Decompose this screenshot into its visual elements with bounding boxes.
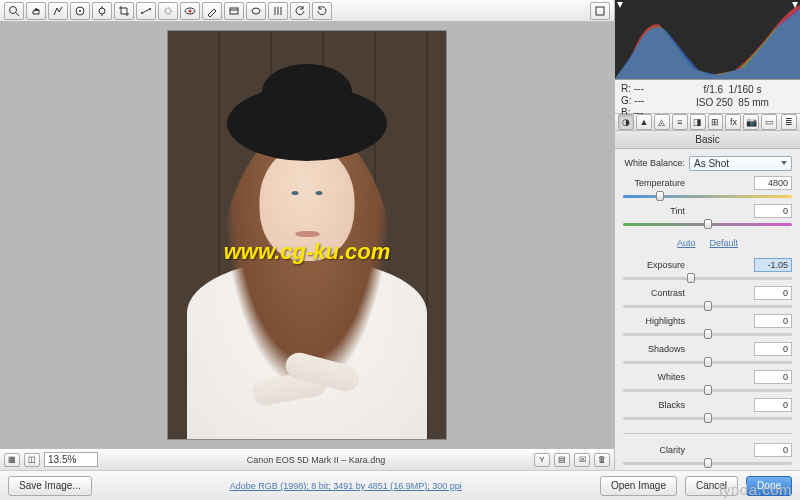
slider-tint[interactable] [623, 217, 792, 231]
slider-value[interactable]: 0 [754, 342, 792, 356]
slider-highlights[interactable] [623, 327, 792, 341]
slider-label: Shadows [623, 344, 685, 354]
basic-panel-header: Basic [615, 131, 800, 149]
slider-exposure[interactable] [623, 271, 792, 285]
tab-camera-icon[interactable]: 📷 [743, 114, 759, 130]
histogram[interactable] [615, 0, 800, 80]
slider-temperature[interactable] [623, 189, 792, 203]
tab-detail-icon[interactable]: ◬ [654, 114, 670, 130]
slider-label: Whites [623, 372, 685, 382]
slider-label: Highlights [623, 316, 685, 326]
straighten-tool-icon[interactable] [136, 2, 156, 20]
compare-toggle-icon[interactable]: ◫ [24, 453, 40, 467]
open-image-button[interactable]: Open Image [600, 476, 677, 496]
svg-point-4 [99, 8, 105, 14]
camera-filename-label: Canon EOS 5D Mark II – Kara.dng [102, 455, 530, 465]
rotate-ccw-icon[interactable] [290, 2, 310, 20]
svg-point-10 [165, 8, 171, 14]
slider-value[interactable]: 0 [754, 443, 792, 457]
slider-value[interactable]: 0 [754, 286, 792, 300]
filter-grid-icon[interactable]: ▤ [554, 453, 570, 467]
delete-icon[interactable]: 🗑 [594, 453, 610, 467]
tab-presets-icon[interactable]: ▭ [761, 114, 777, 130]
adjustment-brush-icon[interactable] [202, 2, 222, 20]
default-link[interactable]: Default [709, 238, 738, 248]
slider-value[interactable]: -1.05 [754, 258, 792, 272]
rotate-cw-icon[interactable] [312, 2, 332, 20]
slider-value[interactable]: 0 [754, 370, 792, 384]
svg-point-8 [141, 12, 143, 14]
zoom-tool-icon[interactable] [4, 2, 24, 20]
slider-value[interactable]: 0 [754, 204, 792, 218]
svg-line-1 [16, 13, 19, 16]
bottom-toolbar: ▦ ◫ 13.5% Canon EOS 5D Mark II – Kara.dn… [0, 448, 614, 470]
filmstrip-toggle-icon[interactable]: ▦ [4, 453, 20, 467]
slider-clarity[interactable] [623, 456, 792, 470]
image-canvas[interactable]: www.cg-ku.com [0, 22, 614, 448]
slider-label: Temperature [623, 178, 685, 188]
dialog-footer: Save Image... Adobe RGB (1998); 8 bit; 3… [0, 470, 800, 500]
target-adjust-tool-icon[interactable] [92, 2, 112, 20]
watermark-text: www.cg-ku.com [224, 239, 391, 265]
slider-label: Clarity [623, 445, 685, 455]
slider-label: Exposure [623, 260, 685, 270]
slider-blacks[interactable] [623, 411, 792, 425]
radial-filter-icon[interactable] [246, 2, 266, 20]
mark-select-icon[interactable] [590, 2, 610, 20]
preferences-icon[interactable] [268, 2, 288, 20]
svg-line-7 [142, 9, 150, 13]
red-eye-tool-icon[interactable] [180, 2, 200, 20]
preview-image [167, 30, 447, 440]
slider-label: Contrast [623, 288, 685, 298]
panel-menu-icon[interactable]: ≣ [781, 114, 797, 130]
slider-value[interactable]: 0 [754, 314, 792, 328]
workflow-options-link[interactable]: Adobe RGB (1998); 8 bit; 3491 by 4851 (1… [230, 481, 462, 491]
panel-tabs: ◑ ▲ ◬ ≡ ◨ ⊞ fx 📷 ▭ ≣ [615, 114, 800, 131]
filter-x-icon[interactable]: ☒ [574, 453, 590, 467]
hand-tool-icon[interactable] [26, 2, 46, 20]
slider-value[interactable]: 0 [754, 398, 792, 412]
svg-marker-20 [617, 2, 623, 8]
filter-y-icon[interactable]: Y [534, 453, 550, 467]
slider-label: Tint [623, 206, 685, 216]
svg-point-9 [149, 8, 151, 10]
tab-curve-icon[interactable]: ▲ [636, 114, 652, 130]
graduated-filter-icon[interactable] [224, 2, 244, 20]
white-balance-tool-icon[interactable] [48, 2, 68, 20]
spot-removal-tool-icon[interactable] [158, 2, 178, 20]
svg-point-12 [189, 9, 192, 12]
rgb-readout: R: --- G: --- B: --- f/1.6 1/160 s ISO 2… [615, 80, 800, 114]
slider-shadows[interactable] [623, 355, 792, 369]
svg-point-15 [252, 8, 260, 14]
svg-rect-19 [596, 7, 604, 15]
save-image-button[interactable]: Save Image... [8, 476, 92, 496]
slider-label: Blacks [623, 400, 685, 410]
tab-basic-icon[interactable]: ◑ [618, 114, 634, 130]
tab-split-icon[interactable]: ◨ [690, 114, 706, 130]
crop-tool-icon[interactable] [114, 2, 134, 20]
svg-point-0 [10, 6, 17, 13]
slider-contrast[interactable] [623, 299, 792, 313]
tab-hsl-icon[interactable]: ≡ [672, 114, 688, 130]
top-toolbar [0, 0, 614, 22]
white-balance-select[interactable]: As Shot [689, 156, 792, 171]
brand-watermark: lynda.com [719, 481, 792, 498]
slider-whites[interactable] [623, 383, 792, 397]
tab-fx-icon[interactable]: fx [725, 114, 741, 130]
svg-point-3 [79, 10, 81, 12]
auto-link[interactable]: Auto [677, 238, 696, 248]
color-sampler-tool-icon[interactable] [70, 2, 90, 20]
basic-panel: White Balance: As Shot Temperature4800 T… [615, 149, 800, 470]
svg-rect-13 [230, 8, 238, 14]
wb-label: White Balance: [623, 158, 685, 168]
slider-value[interactable]: 4800 [754, 176, 792, 190]
tab-lens-icon[interactable]: ⊞ [708, 114, 724, 130]
zoom-level-select[interactable]: 13.5% [44, 452, 98, 467]
